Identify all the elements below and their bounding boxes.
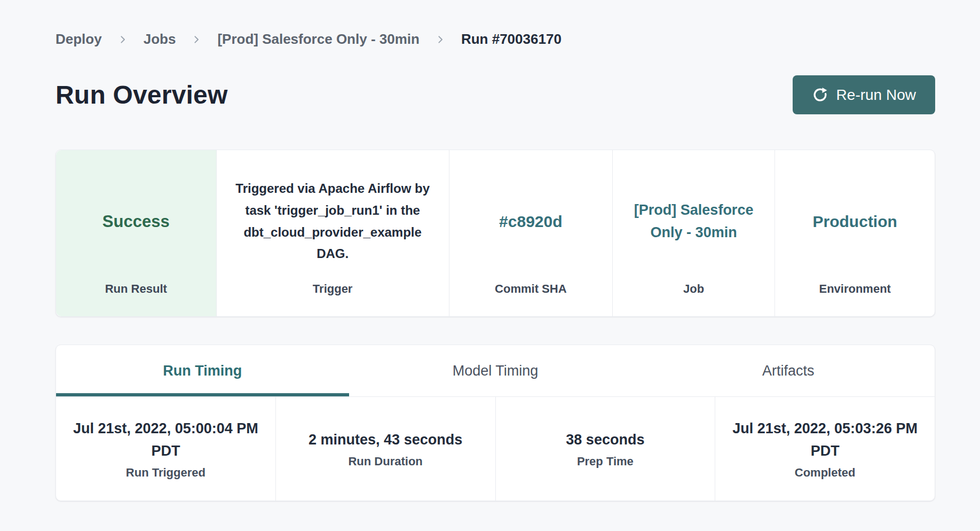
run-details-card: Run Timing Model Timing Artifacts Jul 21… [56, 345, 935, 501]
tab-artifacts[interactable]: Artifacts [642, 345, 935, 396]
chevron-right-icon [192, 35, 201, 44]
environment-cell: Production Environment [774, 150, 935, 316]
refresh-icon [812, 87, 828, 103]
run-duration-label: Run Duration [348, 455, 422, 468]
job-link[interactable]: [Prod] Salesforce Only - 30min [631, 199, 756, 244]
trigger-value: Triggered via Apache Airflow by task 'tr… [232, 178, 433, 265]
page-title: Run Overview [56, 80, 228, 110]
tab-bar: Run Timing Model Timing Artifacts [56, 345, 935, 397]
job-cell: [Prod] Salesforce Only - 30min Job [612, 150, 775, 316]
run-result-cell: Success Run Result [56, 150, 216, 316]
breadcrumb: Deploy Jobs [Prod] Salesforce Only - 30m… [56, 0, 935, 48]
run-duration-cell: 2 minutes, 43 seconds Run Duration [275, 397, 495, 501]
run-triggered-value: Jul 21st, 2022, 05:00:04 PM PDT [64, 418, 267, 463]
breadcrumb-item-jobs[interactable]: Jobs [144, 31, 176, 48]
commit-sha-label: Commit SHA [462, 282, 599, 296]
tab-model-timing[interactable]: Model Timing [349, 345, 642, 396]
breadcrumb-item-run-number: Run #70036170 [461, 31, 562, 48]
run-result-value: Success [102, 212, 170, 231]
run-duration-value: 2 minutes, 43 seconds [309, 429, 462, 451]
environment-link[interactable]: Production [813, 213, 897, 231]
page-header: Run Overview Re-run Now [56, 75, 935, 114]
rerun-now-button[interactable]: Re-run Now [793, 75, 935, 114]
commit-sha-cell: #c8920d Commit SHA [449, 150, 612, 316]
tab-run-timing[interactable]: Run Timing [56, 345, 349, 396]
job-label: Job [626, 282, 762, 296]
completed-label: Completed [795, 466, 856, 480]
prep-time-label: Prep Time [577, 455, 634, 468]
chevron-right-icon [436, 35, 445, 44]
prep-time-cell: 38 seconds Prep Time [495, 397, 715, 501]
trigger-cell: Triggered via Apache Airflow by task 'tr… [216, 150, 449, 316]
run-timing-panel: Jul 21st, 2022, 05:00:04 PM PDT Run Trig… [56, 397, 935, 501]
run-triggered-label: Run Triggered [126, 466, 206, 480]
commit-sha-link[interactable]: #c8920d [499, 213, 562, 231]
environment-label: Environment [788, 282, 922, 296]
completed-value: Jul 21st, 2022, 05:03:26 PM PDT [723, 418, 927, 463]
completed-cell: Jul 21st, 2022, 05:03:26 PM PDT Complete… [715, 397, 935, 501]
run-summary-card: Success Run Result Triggered via Apache … [56, 150, 935, 317]
breadcrumb-item-deploy[interactable]: Deploy [56, 31, 102, 48]
chevron-right-icon [118, 35, 128, 44]
run-triggered-cell: Jul 21st, 2022, 05:00:04 PM PDT Run Trig… [56, 397, 275, 501]
rerun-now-button-label: Re-run Now [836, 87, 916, 104]
run-result-label: Run Result [69, 282, 203, 296]
breadcrumb-item-job-name[interactable]: [Prod] Salesforce Only - 30min [217, 31, 420, 48]
prep-time-value: 38 seconds [566, 429, 644, 451]
trigger-label: Trigger [230, 282, 436, 296]
run-overview-page: Deploy Jobs [Prod] Salesforce Only - 30m… [0, 0, 980, 531]
